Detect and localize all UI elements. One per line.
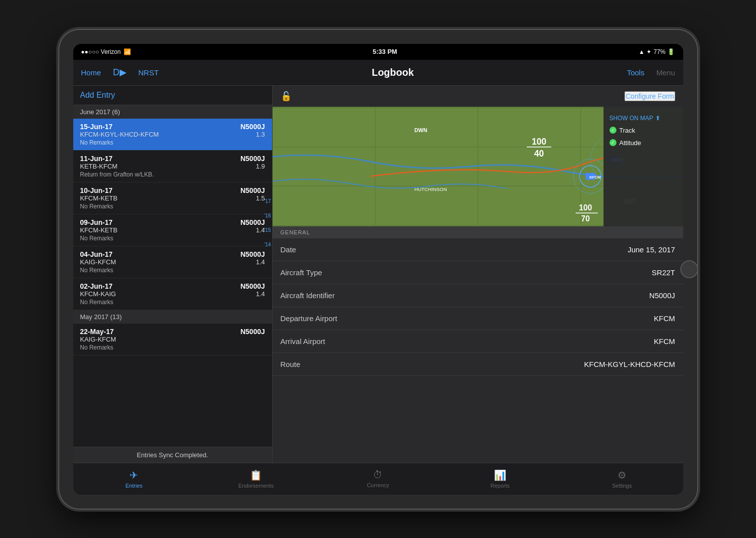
entry-remarks-7: No Remarks [80,344,265,351]
entry-date-2: 11-Jun-17 [80,155,113,163]
log-entry-5[interactable]: 04-Jun-17 N5000J KAIG-KFCM 1.4 No Remark… [73,246,272,278]
svg-text:HUTCHINSON: HUTCHINSON [414,186,447,192]
log-entry-4[interactable]: 09-Jun-17 N5000J KFCM-KETB 1.4 No Remark… [73,214,272,246]
month-header-may: May 2017 (13) [73,310,272,324]
nav-home[interactable]: Home [81,68,101,77]
show-on-map-button[interactable]: SHOW ON MAP ⬆ [609,115,677,122]
log-entry-2[interactable]: 11-Jun-17 N5000J KETB-KFCM 1.9 Return fr… [73,151,272,182]
add-entry-button[interactable]: Add Entry [80,91,115,100]
entry-date-1: 15-Jun-17 [80,123,113,131]
nav-direct[interactable]: D▶ [113,67,127,78]
entry-route-4: KFCM-KETB [80,226,118,234]
tab-reports[interactable]: 📊 Reports [439,463,561,495]
departure-value: KFCM [654,314,675,323]
date-label: Date [281,245,297,254]
departure-label: Departure Airport [281,314,337,323]
wifi-icon: 📶 [124,48,131,55]
entry-remarks-6: No Remarks [80,299,265,306]
status-bar: ●●○○○ Verizon 📶 5:33 PM ▲ ✦ 77% 🔋 [73,44,683,60]
add-entry-bar: Add Entry [73,86,272,105]
status-right: ▲ ✦ 77% 🔋 [639,48,675,55]
entry-date-3: 10-Jun-17 [80,186,113,194]
detail-row-departure: Departure Airport KFCM [273,307,683,330]
right-panel: 🔓 Configure Form TRACK [273,86,683,463]
log-entry-3[interactable]: 10-Jun-17 N5000J KFCM-KETB 1.5 No Remark… [73,182,272,214]
lock-icon[interactable]: 🔓 [281,91,292,102]
entry-route-7: KAIG-KFCM [80,336,116,343]
entry-remarks-5: No Remarks [80,267,265,274]
aircraft-id-value: N5000J [649,291,675,300]
tab-bar: ✈ Entries 📋 Endorsements ⏱ Currency 📊 Re… [73,463,683,495]
nav-menu[interactable]: Menu [656,68,675,77]
detail-row-route: Route KFCM-KGYL-KHCD-KFCM [273,353,683,376]
status-left: ●●○○○ Verizon 📶 [81,48,132,55]
tab-currency[interactable]: ⏱ Currency [317,463,439,495]
nav-nrst[interactable]: NRST [139,68,159,77]
log-entry-6[interactable]: 02-Jun-17 N5000J KFCM-KAIG 1.4 No Remark… [73,278,272,310]
tick-14: '14 [264,242,271,247]
entry-date-6: 02-Jun-17 [80,282,113,290]
battery-icon: 🔋 [667,48,675,55]
endorsements-label: Endorsements [238,483,274,489]
configure-form-button[interactable]: Configure Form [624,91,675,101]
home-button[interactable] [680,260,698,278]
entry-route-5: KAIG-KFCM [80,258,116,266]
aircraft-type-label: Aircraft Type [281,268,322,277]
nav-right: Tools Menu [627,68,675,77]
settings-label: Settings [612,483,632,489]
sync-banner: Entries Sync Completed. [73,447,272,463]
entry-hours-3: 1.5 [256,194,265,202]
show-on-map-label: SHOW ON MAP [609,115,653,122]
track-checkmark [609,127,616,134]
nav-bar: Home D▶ NRST Logbook Tools Menu [73,60,683,86]
entry-tail-7: N5000J [240,328,265,336]
sync-message: Entries Sync Completed. [137,451,208,459]
settings-icon: ⚙ [617,469,626,481]
track-checkbox-row: Track [609,127,677,134]
entry-hours-6: 1.4 [256,290,265,298]
entry-tail-5: N5000J [240,250,265,258]
entry-tail-2: N5000J [240,155,265,163]
entry-route-6: KFCM-KAIG [80,290,116,298]
svg-text:KFCM: KFCM [589,175,601,179]
map-area: TRACK [273,107,683,226]
entry-remarks-3: No Remarks [80,203,265,210]
entries-icon: ✈ [130,469,138,481]
svg-text:100: 100 [531,136,546,146]
entry-tail-3: N5000J [240,186,265,194]
attitude-checkmark [609,139,616,146]
detail-row-aircraft-id: Aircraft Identifier N5000J [273,284,683,307]
endorsements-icon: 📋 [250,469,262,481]
svg-text:40: 40 [534,149,544,159]
log-entry-1[interactable]: 15-Jun-17 N5000J KFCM-KGYL-KHCD-KFCM 1.3… [73,119,272,151]
entry-remarks-4: No Remarks [80,235,265,242]
entry-hours-2: 1.9 [256,163,265,170]
currency-icon: ⏱ [373,469,383,481]
tab-entries[interactable]: ✈ Entries [73,463,195,495]
carrier-text: ●●○○○ Verizon [81,48,121,55]
entry-date-5: 04-Jun-17 [80,250,113,258]
log-list[interactable]: June 2017 (6) 15-Jun-17 N5000J KFCM-KGYL… [73,105,272,447]
aircraft-id-label: Aircraft Identifier [281,291,335,300]
nav-tools[interactable]: Tools [627,68,644,77]
share-icon: ⬆ [655,115,660,122]
reports-label: Reports [490,483,510,489]
track-label: Track [619,127,635,134]
entry-hours-5: 1.4 [256,258,265,266]
arrival-value: KFCM [654,337,675,346]
entry-date-4: 09-Jun-17 [80,218,113,226]
tab-settings[interactable]: ⚙ Settings [561,463,683,495]
date-value: June 15, 2017 [627,245,675,254]
currency-label: Currency [367,482,389,488]
nav-center: Logbook [158,67,627,78]
battery-text: 77% [653,48,665,55]
svg-text:70: 70 [581,214,590,222]
attitude-checkbox-row: Attitude [609,139,677,147]
entry-date-7: 22-May-17 [80,328,114,336]
log-entry-7[interactable]: 22-May-17 N5000J KAIG-KFCM No Remarks [73,324,272,356]
entries-label: Entries [126,483,143,489]
tab-endorsements[interactable]: 📋 Endorsements [195,463,317,495]
entry-tail-6: N5000J [240,282,265,290]
svg-text:100: 100 [579,203,592,212]
route-label: Route [281,360,301,368]
